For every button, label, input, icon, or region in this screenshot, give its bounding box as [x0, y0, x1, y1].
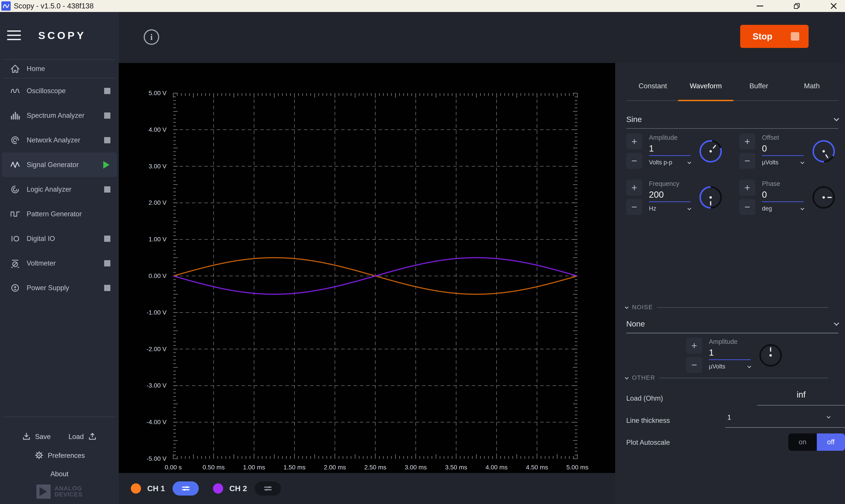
sidebar-item-oscilloscope[interactable]: Oscilloscope [0, 78, 119, 103]
detach-square-indicator[interactable] [104, 137, 110, 143]
sidebar-item-label: Power Supply [27, 284, 69, 292]
detach-square-indicator[interactable] [104, 285, 110, 291]
noise-amplitude-decrement-button[interactable]: − [686, 357, 702, 373]
sidebar-item-digital-io[interactable]: Digital IO [0, 226, 119, 251]
sidebar-item-signal-generator[interactable]: Signal Generator [2, 152, 117, 177]
digitalio-icon [9, 233, 21, 245]
panel-tabs: ConstantWaveformBufferMath [626, 76, 838, 95]
channel-1-settings-button[interactable] [173, 481, 199, 496]
sidebar-item-spectrum-analyzer[interactable]: Spectrum Analyzer [0, 103, 119, 128]
load-ohm-input[interactable]: inf [757, 390, 845, 399]
offset-decrement-button[interactable]: − [739, 153, 755, 169]
logic-icon [9, 184, 21, 195]
plot-autoscale-toggle[interactable]: on off [788, 433, 845, 451]
svg-text:-3.00 V: -3.00 V [146, 382, 167, 389]
phase-knob[interactable] [809, 183, 838, 212]
sidebar-menu: OscilloscopeSpectrum AnalyzerNetwork Ana… [0, 78, 119, 300]
amplitude-unit-select[interactable]: Volts p-p [649, 159, 691, 166]
noise-amplitude-control: + − Amplitude 1 µVolts [686, 338, 785, 373]
phase-unit-select[interactable]: deg [762, 205, 804, 212]
frequency-value[interactable]: 200 [649, 190, 691, 201]
detach-square-indicator[interactable] [104, 88, 110, 94]
noise-amplitude-unit-select[interactable]: µVolts [709, 363, 751, 370]
amplitude-decrement-button[interactable]: − [626, 153, 642, 169]
offset-increment-button[interactable]: + [739, 133, 755, 149]
noise-amplitude-value[interactable]: 1 [709, 348, 751, 359]
signal-icon [9, 159, 21, 170]
titlebar: Scopy - v1.5.0 - 438f138 [0, 0, 845, 12]
amplitude-value[interactable]: 1 [649, 144, 691, 155]
other-section-header[interactable]: OTHER [625, 375, 828, 381]
sidebar-item-home[interactable]: Home [0, 60, 119, 78]
channel-2-settings-button[interactable] [255, 481, 281, 496]
line-thickness-select[interactable]: 1 [727, 414, 731, 421]
close-icon[interactable] [829, 1, 839, 11]
detach-square-indicator[interactable] [104, 236, 110, 242]
svg-text:1.50 ms: 1.50 ms [283, 464, 306, 471]
voltmeter-icon [9, 257, 21, 269]
load-icon [87, 431, 98, 442]
detach-square-indicator[interactable] [104, 260, 110, 266]
signal-plot[interactable]: 5.00 V4.00 V3.00 V2.00 V1.00 V0.00 V-1.0… [119, 63, 615, 473]
amplitude-increment-button[interactable]: + [626, 133, 642, 149]
phase-decrement-button[interactable]: − [739, 199, 755, 215]
frequency-unit-select[interactable]: Hz [649, 205, 691, 212]
chevron-down-icon [625, 305, 629, 309]
frequency-increment-button[interactable]: + [626, 180, 642, 196]
tab-buffer[interactable]: Buffer [732, 76, 786, 95]
amplitude-knob[interactable] [696, 137, 725, 166]
channel-2-color-dot [213, 483, 223, 493]
detach-square-indicator[interactable] [104, 112, 110, 119]
svg-text:0.00 s: 0.00 s [165, 464, 182, 471]
frequency-decrement-button[interactable]: − [626, 199, 642, 215]
save-button[interactable]: Save [21, 431, 51, 442]
noise-amplitude-knob[interactable] [756, 341, 785, 370]
phase-value[interactable]: 0 [762, 190, 804, 201]
tab-math[interactable]: Math [785, 76, 838, 95]
offset-unit-select[interactable]: µVolts [762, 159, 804, 166]
noise-amplitude-increment-button[interactable]: + [686, 338, 702, 354]
sidebar-item-voltmeter[interactable]: Voltmeter [0, 251, 119, 275]
svg-text:4.00 V: 4.00 V [149, 126, 167, 133]
analog-devices-logo: ANALOG DEVICES [0, 485, 119, 499]
gear-icon [34, 450, 44, 461]
stop-button[interactable]: Stop [740, 25, 809, 48]
minimize-icon[interactable] [755, 1, 765, 11]
svg-text:-2.00 V: -2.00 V [146, 346, 167, 353]
sidebar-item-power-supply[interactable]: Power Supply [0, 275, 119, 300]
info-icon[interactable]: i [144, 29, 159, 45]
pattern-icon [9, 208, 21, 220]
sidebar-item-pattern-generator[interactable]: Pattern Generator [0, 202, 119, 226]
chevron-down-icon [800, 160, 804, 164]
offset-knob[interactable] [809, 137, 838, 166]
preferences-button[interactable]: Preferences [0, 450, 119, 461]
detach-square-indicator[interactable] [104, 186, 110, 193]
tab-waveform[interactable]: Waveform [679, 76, 732, 95]
settings-panel: ConstantWaveformBufferMath Sine + − Ampl… [615, 63, 845, 504]
active-tab-underline [678, 100, 734, 101]
load-button[interactable]: Load [68, 431, 98, 442]
divider [626, 333, 838, 334]
autoscale-on-option[interactable]: on [788, 433, 817, 451]
svg-text:0.00 V: 0.00 V [149, 272, 167, 279]
sidebar-item-logic-analyzer[interactable]: Logic Analyzer [0, 177, 119, 202]
noise-section-header[interactable]: NOISE [625, 304, 828, 311]
offset-value[interactable]: 0 [762, 144, 804, 155]
chevron-down-icon [827, 415, 831, 419]
waveform-type-select[interactable]: Sine [626, 113, 838, 125]
about-button[interactable]: About [0, 470, 119, 478]
phase-increment-button[interactable]: + [739, 180, 755, 196]
sidebar-item-network-analyzer[interactable]: Network Analyzer [0, 128, 119, 152]
svg-text:5.00 V: 5.00 V [149, 90, 167, 96]
divider [626, 128, 838, 129]
autoscale-off-option[interactable]: off [817, 433, 845, 451]
restore-icon[interactable] [792, 1, 802, 11]
menu-hamburger-icon[interactable] [7, 30, 21, 40]
frequency-control: + − Frequency 200 Hz [626, 180, 725, 215]
scopy-window: { "titlebar": { "title": "Scopy - v1.5.0… [0, 0, 845, 504]
sidebar-item-label: Digital IO [27, 235, 55, 243]
tab-constant[interactable]: Constant [626, 76, 679, 95]
frequency-knob[interactable] [696, 183, 725, 212]
noise-type-select[interactable]: None [626, 318, 838, 330]
scopy-logo: SCOPY [21, 29, 103, 41]
